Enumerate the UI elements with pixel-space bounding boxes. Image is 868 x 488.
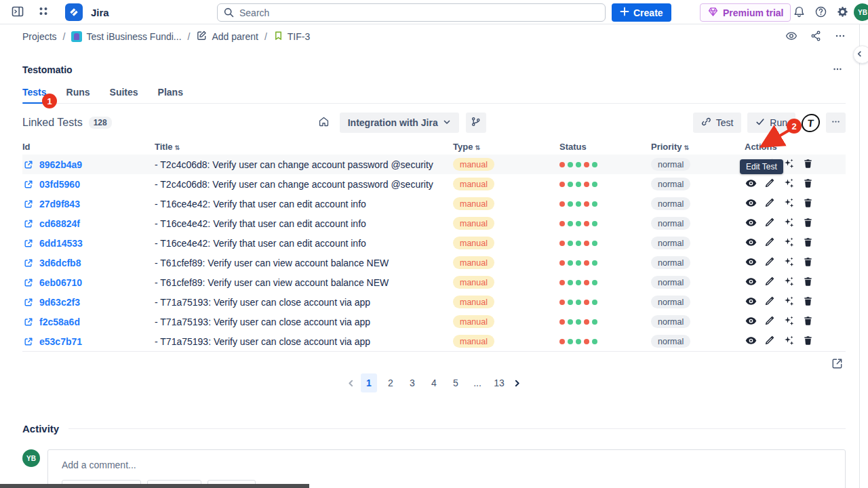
tab-runs[interactable]: Runs (66, 87, 90, 103)
delete-test-button[interactable] (802, 237, 814, 249)
edit-test-button[interactable] (764, 336, 776, 348)
edit-test-button[interactable] (764, 237, 776, 249)
edit-test-button[interactable] (764, 257, 776, 269)
page-button-4[interactable]: 4 (426, 373, 442, 392)
jira-logo-icon[interactable] (65, 3, 83, 21)
edit-test-button[interactable] (764, 218, 776, 230)
share-button[interactable] (805, 26, 827, 47)
view-test-button[interactable] (745, 257, 757, 269)
status-dots (559, 241, 651, 246)
ai-generate-button[interactable] (783, 277, 795, 289)
test-id-link[interactable]: 3d6dcfb8 (39, 258, 81, 268)
previous-page-button[interactable] (347, 379, 355, 388)
ai-generate-button[interactable] (783, 257, 795, 269)
ai-generate-button[interactable] (783, 159, 795, 171)
view-test-button[interactable] (745, 218, 757, 230)
view-test-button[interactable] (745, 277, 757, 289)
page-button-3[interactable]: 3 (404, 373, 420, 392)
ellipsis-icon (832, 64, 843, 77)
type-badge: manual (453, 335, 494, 348)
test-id-link[interactable]: 27d9f843 (39, 199, 80, 209)
test-id-link[interactable]: 6eb06710 (39, 277, 82, 288)
column-header-type[interactable]: Type⇅ (453, 142, 559, 152)
edit-test-button[interactable] (764, 277, 776, 289)
test-id-link[interactable]: 8962b4a9 (39, 159, 82, 170)
delete-test-button[interactable] (802, 316, 814, 328)
comment-placeholder[interactable]: Add a comment... (62, 460, 831, 470)
table-row: 3d6dcfb8- T61cfef89: Verify user can vie… (22, 253, 846, 272)
delete-test-button[interactable] (802, 198, 814, 210)
edit-test-button[interactable] (764, 296, 776, 308)
breadcrumb-projects[interactable]: Projects (22, 31, 57, 42)
app-switcher-button[interactable] (34, 3, 53, 22)
status-dot-failed (559, 339, 565, 344)
breadcrumb-project[interactable]: Test iBusiness Fundi... (71, 31, 181, 42)
issue-panel: Testomatio TestsRunsSuitesPlans Linked T… (0, 49, 868, 488)
test-id-link[interactable]: e53c7b71 (39, 336, 82, 347)
view-test-button[interactable] (745, 178, 757, 190)
edit-test-button[interactable] (764, 178, 776, 190)
ai-generate-button[interactable] (783, 296, 795, 308)
delete-test-button[interactable] (802, 159, 814, 171)
delete-test-button[interactable] (802, 296, 814, 308)
ai-generate-button[interactable] (783, 218, 795, 230)
page-button-5[interactable]: 5 (448, 373, 464, 392)
test-id-link[interactable]: 6dd14533 (39, 238, 83, 249)
test-id-link[interactable]: 03fd5960 (39, 179, 80, 190)
status-dot-passed (568, 339, 573, 344)
status-dot-failed (584, 201, 589, 207)
app-title: Jira (91, 7, 109, 18)
delete-test-button[interactable] (802, 257, 814, 269)
ai-generate-button[interactable] (783, 198, 795, 210)
search-input[interactable] (217, 3, 606, 22)
view-test-button[interactable] (745, 198, 757, 210)
delete-test-button[interactable] (802, 336, 814, 348)
view-test-button[interactable] (745, 316, 757, 328)
branch-tree-button[interactable] (466, 113, 486, 133)
breadcrumb-issue[interactable]: TIF-3 (273, 30, 310, 43)
test-id-link[interactable]: 9d63c2f3 (39, 297, 80, 308)
view-test-button[interactable] (745, 237, 757, 249)
column-header-priority[interactable]: Priority⇅ (651, 142, 745, 152)
test-id-link[interactable]: cd68824f (39, 218, 80, 229)
help-button[interactable] (811, 3, 830, 22)
watch-button[interactable] (781, 26, 802, 47)
ai-generate-button[interactable] (783, 336, 795, 348)
tab-suites[interactable]: Suites (110, 87, 138, 103)
comment-editor[interactable]: Add a comment... Status update...Thanks.… (47, 449, 846, 488)
settings-button[interactable] (833, 3, 852, 22)
more-actions-button[interactable] (829, 26, 851, 47)
collapse-panel-button[interactable] (853, 45, 868, 64)
page-button-2[interactable]: 2 (382, 373, 399, 392)
panel-more-button[interactable] (829, 63, 846, 77)
tab-plans[interactable]: Plans (158, 87, 183, 103)
column-header-title[interactable]: Title⇅ (155, 142, 453, 152)
notifications-button[interactable] (789, 3, 808, 22)
ai-generate-button[interactable] (783, 178, 795, 190)
page-button-13[interactable]: 13 (491, 373, 507, 392)
delete-test-button[interactable] (802, 178, 814, 190)
link-icon (701, 117, 711, 129)
export-tests-button[interactable] (828, 357, 846, 372)
delete-test-button[interactable] (802, 218, 814, 230)
create-button[interactable]: Create (612, 3, 671, 22)
link-test-button[interactable]: Test (693, 113, 742, 133)
premium-trial-button[interactable]: Premium trial (700, 3, 791, 22)
branch-selector-dropdown[interactable]: Integration with Jira (340, 113, 459, 133)
ai-generate-button[interactable] (783, 316, 795, 328)
page-button-1[interactable]: 1 (361, 373, 377, 392)
next-page-button[interactable] (513, 379, 521, 388)
sidebar-toggle-button[interactable] (8, 3, 27, 22)
view-test-button[interactable] (745, 336, 757, 348)
user-avatar[interactable]: YB (854, 3, 868, 21)
delete-test-button[interactable] (802, 277, 814, 289)
view-test-button[interactable] (745, 296, 757, 308)
edit-test-button[interactable] (764, 316, 776, 328)
table-row: f2c58a6d- T71a75193: Verify user can clo… (22, 312, 846, 331)
ai-generate-button[interactable] (783, 237, 795, 249)
home-button[interactable] (315, 113, 333, 132)
add-parent-button[interactable]: Add parent (196, 30, 258, 43)
tests-more-button[interactable] (826, 113, 846, 133)
edit-test-button[interactable] (764, 198, 776, 210)
test-id-link[interactable]: f2c58a6d (39, 317, 80, 327)
